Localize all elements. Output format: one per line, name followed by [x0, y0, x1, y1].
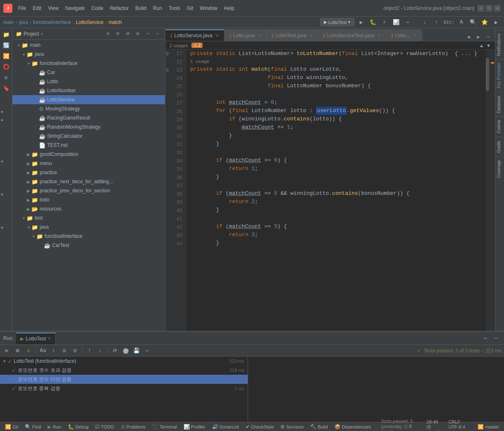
test-suite-lottotest[interactable]: ▾ ✓ LottoTest (functioalInterface) 223 m… [0, 357, 248, 366]
git-push-button[interactable]: ↑ [432, 18, 441, 26]
menu-help[interactable]: Help [222, 5, 237, 12]
tree-item-CarTest[interactable]: ☕ CarTest [12, 241, 165, 250]
github-icon[interactable]: ⭕ [1, 62, 11, 72]
menu-edit[interactable]: Edit [30, 5, 44, 12]
more-button[interactable]: ⋯ [403, 18, 412, 26]
tree-item-main[interactable]: ▾ 📁 main [12, 41, 165, 50]
tab-LottoServiceTest[interactable]: J LottoServiceTest.java ✕ [318, 29, 387, 41]
notifications-panel[interactable]: Notifications [495, 30, 504, 59]
key-promoter-panel[interactable]: Key Promoter [495, 59, 504, 91]
gradle-panel[interactable]: Gradle [495, 137, 504, 156]
collapse-all-button[interactable]: ⊟ [71, 347, 80, 355]
menu-run[interactable]: Run [150, 5, 165, 12]
menu-git[interactable]: Git [184, 5, 196, 12]
more-options-button[interactable]: ⋯ [143, 347, 152, 355]
bookmarks-icon[interactable]: 🔖 [1, 84, 11, 93]
gear-icon[interactable]: ⋯ [143, 30, 152, 38]
checkstyle-status[interactable]: ✔ CheckStyle [244, 424, 276, 430]
deps-status[interactable]: 📦 Dependencies [333, 424, 373, 430]
tab-close-icon[interactable]: ✕ [257, 33, 262, 38]
tree-item-todo[interactable]: ▶ 📁 todo [12, 195, 165, 204]
scroll-tabs-right[interactable]: ▶ [474, 33, 483, 41]
rerun-button[interactable]: ▶ [2, 347, 12, 355]
code-text[interactable]: private static List<LottoNumber> toLotto… [186, 50, 486, 331]
menu-view[interactable]: View [45, 5, 61, 12]
minimize-button[interactable]: — [478, 5, 484, 12]
tree-item-practice[interactable]: ▶ 📁 practice [12, 168, 165, 177]
problems-status[interactable]: ⚠ Problems [119, 424, 147, 430]
nav-run-button[interactable]: ▶ [492, 18, 501, 26]
codota-panel[interactable]: Codota [495, 116, 504, 136]
tree-item-Lotto[interactable]: ☕ Lotto [12, 77, 165, 86]
profile-button[interactable]: ⚡ [380, 18, 389, 26]
import-button[interactable]: ⬤ [121, 347, 130, 355]
rerun-failed-button[interactable]: ⊠ [13, 347, 22, 355]
editor-scrollbar[interactable] [486, 50, 489, 331]
database-panel[interactable]: Database [495, 92, 504, 117]
settings-icon[interactable]: ⚙ [134, 30, 142, 38]
tab-close-icon[interactable]: ✕ [376, 33, 382, 38]
tab-close-icon[interactable]: ✕ [308, 33, 314, 38]
tree-item-goodComposition[interactable]: ▶ 📁 goodComposition [12, 150, 165, 159]
bookmark-button[interactable]: ⭐ [480, 18, 489, 26]
run-status[interactable]: ▶ Run [46, 424, 62, 430]
nav-down-icon[interactable]: ▼ [486, 43, 491, 48]
translate-button[interactable]: A [457, 18, 466, 26]
tab-LottoService[interactable]: J LottoService.java ✕ [165, 29, 225, 41]
menu-tools[interactable]: Tools [166, 5, 183, 12]
tree-item-MovingStrategy[interactable]: ⚙ MovingStrategy [12, 104, 165, 113]
menu-navigate[interactable]: Navigate [63, 5, 87, 12]
tree-item-practice-prev[interactable]: ▶ 📁 practice_prev_deco_for_section [12, 186, 165, 195]
dropdown-icon[interactable]: ▾ [41, 31, 43, 37]
nav-up-icon[interactable]: ▲ [479, 43, 484, 48]
sonar-status[interactable]: 🔊 SonarLint [210, 424, 241, 430]
expand-all-button[interactable]: ⊡ [60, 347, 69, 355]
test-item-2[interactable]: ✓ 로또번호 갯수 미만 검증 3 ms [0, 375, 248, 384]
menu-window[interactable]: Window [197, 5, 220, 12]
debug-button[interactable]: 🐛 [368, 18, 377, 26]
run-panel-minimize-icon[interactable]: — [492, 334, 501, 342]
test-item-1[interactable]: ✓ 로또번호 갯수 초과 검증 218 ms [0, 366, 248, 375]
todo-status[interactable]: ☑ TODO [93, 424, 116, 430]
breadcrumb-method[interactable]: match [108, 19, 122, 25]
export-button[interactable]: 💾 [132, 347, 141, 355]
tab-lotto-other[interactable]: J Lotto... ✕ [386, 29, 422, 41]
search-button[interactable]: 🔍 [468, 18, 478, 26]
menu-code[interactable]: Code [89, 5, 106, 12]
services-status[interactable]: ⚙ Services [279, 424, 305, 430]
sort-button[interactable]: ↕ [49, 347, 58, 355]
tree-item-test-java[interactable]: ▾ 📁 java [12, 223, 165, 232]
tab-LottoTest[interactable]: J LottoTest.java ✕ [267, 29, 318, 41]
tab-close-icon[interactable]: ✕ [215, 33, 220, 38]
project-icon[interactable]: 📁 [1, 30, 11, 40]
tree-item-functioalInterface[interactable]: ▾ 📁 functioalInterface [12, 59, 165, 68]
run-button[interactable]: ▶ [357, 18, 366, 26]
pull-request-icon[interactable]: 🔀 [1, 51, 11, 61]
locate-icon[interactable]: ⊙ [104, 30, 112, 38]
toggle-test-names[interactable]: Aa [38, 347, 48, 355]
tree-item-TEST-md[interactable]: 📄 TEST.md [12, 141, 165, 150]
structure-icon[interactable]: ⚙ [1, 73, 11, 83]
encoding-status[interactable]: CRLF UTF-8 4 spaces [447, 419, 473, 431]
scroll-up-button[interactable]: ↑ [85, 347, 94, 355]
run-panel-menu-icon[interactable]: ⋯ [481, 334, 490, 342]
terminal-status[interactable]: ⬛ Terminal [150, 424, 179, 430]
breadcrumb-main[interactable]: main [3, 19, 14, 25]
commit-icon[interactable]: 🔃 [1, 41, 11, 50]
run-tab-lottotest[interactable]: ▶ LottoTest ✕ [16, 333, 56, 344]
stop-button[interactable]: ✕ [24, 347, 33, 355]
tree-item-LottoService[interactable]: ☕ LottoService [12, 95, 165, 104]
menu-build[interactable]: Build [133, 5, 149, 12]
tree-item-resources[interactable]: ▶ 📂 resources [12, 204, 165, 213]
profiler-status[interactable]: 📊 Profiler [182, 424, 207, 430]
tab-close-icon[interactable]: ✕ [412, 33, 418, 38]
run-config-dropdown[interactable]: ▶ LottoTest ▾ [320, 18, 354, 26]
tree-item-menu[interactable]: ▶ 📁 menu [12, 159, 165, 168]
maximize-button[interactable]: □ [486, 5, 492, 12]
menu-file[interactable]: File [16, 5, 29, 12]
tree-item-java[interactable]: ▾ 📁 java [12, 50, 165, 59]
test-item-3[interactable]: ✓ 로또번호 중복 검증 2 ms [0, 384, 248, 393]
breadcrumb-package[interactable]: functioalInterface [33, 19, 71, 25]
git-status[interactable]: 🔀 Git [3, 424, 20, 430]
minimize-panel-icon[interactable]: — [153, 30, 162, 38]
